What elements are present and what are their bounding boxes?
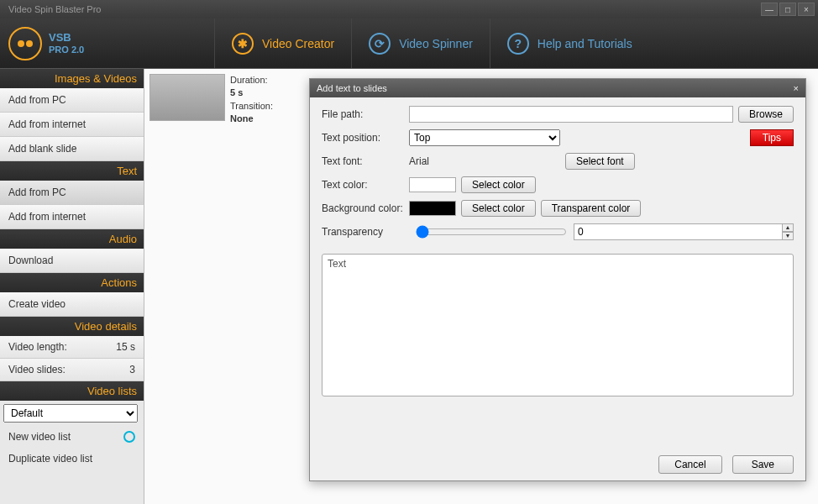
transparent-color-button[interactable]: Transparent color <box>541 200 642 217</box>
nav-creator-label: Video Creator <box>262 37 334 50</box>
sidebar-audio-download[interactable]: Download <box>0 249 144 273</box>
sidebar-text-add-pc[interactable]: Add from PC <box>0 181 144 205</box>
bgcolor-swatch <box>409 201 456 216</box>
transparency-label: Transparency <box>322 226 409 238</box>
filepath-input[interactable] <box>409 106 733 123</box>
duration-value: 5 s <box>230 87 243 97</box>
transition-value: None <box>230 113 254 123</box>
font-label: Text font: <box>322 155 409 167</box>
slide-thumbnail-area: Duration: 5 s Transition: None <box>149 74 273 126</box>
section-audio: Audio <box>0 229 144 249</box>
sidebar: Images & Videos Add from PC Add from int… <box>0 69 144 504</box>
add-icon <box>123 431 135 443</box>
section-video-details: Video details <box>0 317 144 336</box>
section-images-videos: Images & Videos <box>0 69 144 88</box>
maximize-button[interactable]: □ <box>779 3 796 16</box>
slide-thumbnail[interactable] <box>149 74 225 121</box>
logo-icon <box>8 27 42 60</box>
textcolor-label: Text color: <box>322 179 409 191</box>
sidebar-text-add-internet[interactable]: Add from internet <box>0 205 144 229</box>
video-list-select[interactable]: Default <box>3 404 138 423</box>
nav-help[interactable]: ? Help and Tutorials <box>490 18 649 68</box>
section-text: Text <box>0 161 144 181</box>
cancel-button[interactable]: Cancel <box>658 455 721 474</box>
detail-video-slides: Video slides: 3 <box>0 359 144 381</box>
dialog-title-text: Add text to slides <box>317 83 387 93</box>
transparency-input[interactable] <box>574 223 783 240</box>
save-button[interactable]: Save <box>732 455 794 474</box>
position-label: Text position: <box>322 132 409 144</box>
sidebar-add-blank-slide[interactable]: Add blank slide <box>0 137 144 161</box>
tips-button[interactable]: Tips <box>750 129 794 146</box>
section-video-lists: Video lists <box>0 381 144 401</box>
app-logo: VSB PRO 2.0 <box>8 27 214 60</box>
select-font-button[interactable]: Select font <box>565 153 635 170</box>
logo-brand: VSB <box>49 32 84 44</box>
video-length-value: 15 s <box>116 341 135 353</box>
titlebar: Video Spin Blaster Pro — □ × <box>0 0 818 18</box>
sidebar-create-video[interactable]: Create video <box>0 292 144 317</box>
filepath-label: File path: <box>322 108 409 120</box>
browse-button[interactable]: Browse <box>738 106 794 123</box>
position-select[interactable]: Top <box>409 129 560 146</box>
section-actions: Actions <box>0 273 144 292</box>
select-bgcolor-button[interactable]: Select color <box>461 200 536 217</box>
spinner-down-icon[interactable]: ▼ <box>782 232 794 240</box>
new-video-list[interactable]: New video list <box>0 426 144 448</box>
nav-video-spinner[interactable]: ⟳ Video Spinner <box>351 18 490 68</box>
help-icon: ? <box>507 33 529 55</box>
transition-label: Transition: <box>230 100 273 113</box>
duplicate-video-list-label: Duplicate video list <box>8 453 92 465</box>
video-slides-label: Video slides: <box>8 364 66 375</box>
video-slides-value: 3 <box>129 364 135 375</box>
logo-sub: PRO 2.0 <box>49 45 84 55</box>
text-area-wrap[interactable]: Text <box>322 254 794 396</box>
duplicate-video-list[interactable]: Duplicate video list <box>0 448 144 470</box>
sidebar-add-from-pc[interactable]: Add from PC <box>0 88 144 113</box>
font-value: Arial <box>409 155 560 167</box>
minimize-button[interactable]: — <box>761 3 778 16</box>
close-button[interactable]: × <box>798 3 815 16</box>
video-length-label: Video length: <box>8 341 67 353</box>
gear-icon: ✱ <box>232 33 254 55</box>
nav-spinner-label: Video Spinner <box>399 37 473 50</box>
sidebar-add-from-internet[interactable]: Add from internet <box>0 113 144 137</box>
nav-help-label: Help and Tutorials <box>537 37 632 50</box>
window-controls: — □ × <box>761 3 815 16</box>
textcolor-swatch <box>409 177 456 192</box>
duration-label: Duration: <box>230 74 273 87</box>
slide-properties: Duration: 5 s Transition: None <box>230 74 273 126</box>
bgcolor-label: Background color: <box>322 202 409 214</box>
select-textcolor-button[interactable]: Select color <box>461 176 536 193</box>
navbar: VSB PRO 2.0 ✱ Video Creator ⟳ Video Spin… <box>0 18 818 69</box>
dialog-close-icon[interactable]: × <box>794 83 799 93</box>
spinner-up-icon[interactable]: ▲ <box>782 223 794 232</box>
add-text-dialog: Add text to slides × File path: Browse T… <box>309 78 806 481</box>
detail-video-length: Video length: 15 s <box>0 336 144 359</box>
dialog-titlebar: Add text to slides × <box>310 79 805 97</box>
textarea-label: Text <box>322 255 793 273</box>
transparency-slider[interactable] <box>416 225 567 239</box>
new-video-list-label: New video list <box>8 431 71 443</box>
nav-video-creator[interactable]: ✱ Video Creator <box>214 18 351 68</box>
window-title: Video Spin Blaster Pro <box>3 4 101 14</box>
refresh-icon: ⟳ <box>369 33 391 55</box>
